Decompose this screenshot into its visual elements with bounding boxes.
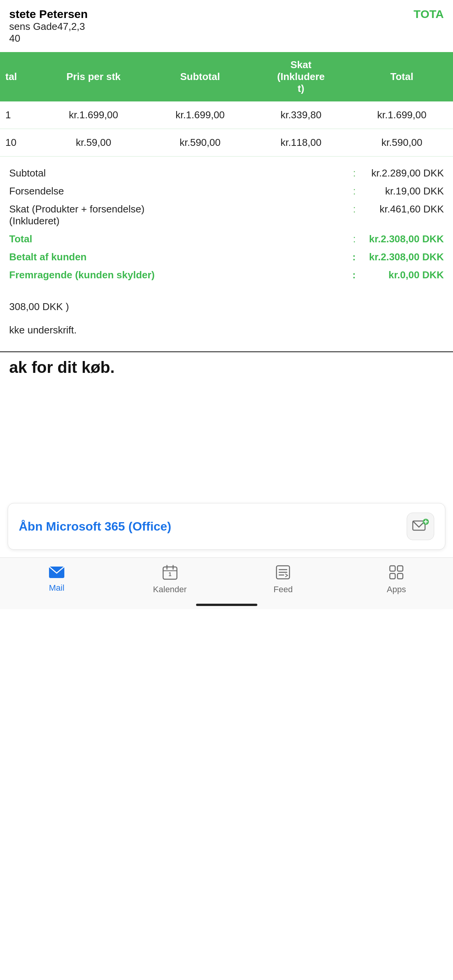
- bottom-nav: Mail 1 Kalender Feed: [0, 557, 453, 598]
- outstanding-value: kr.0,00 DKK: [360, 269, 444, 281]
- col-pris: Pris per stk: [38, 52, 149, 101]
- apps-icon: [389, 565, 404, 582]
- customer-info: stete Petersen sens Gade47,2,3 40: [9, 8, 88, 44]
- tax-value: kr.461,60 DKK: [360, 203, 444, 215]
- nav-label-mail: Mail: [49, 583, 64, 593]
- row2-subtotal: kr.590,00: [149, 129, 251, 157]
- row2-total: kr.590,00: [351, 129, 453, 157]
- customer-name: stete Petersen: [9, 8, 88, 21]
- row2-price: kr.59,00: [38, 129, 149, 157]
- subtotal-row: Subtotal : kr.2.289,00 DKK: [9, 164, 444, 182]
- tax-label: Skat (Produkter + forsendelse)(Inkludere…: [9, 203, 349, 227]
- ms365-add-mail-button[interactable]: [407, 513, 434, 540]
- row1-price: kr.1.699,00: [38, 101, 149, 129]
- outstanding-label: Fremragende (kunden skylder): [9, 269, 348, 281]
- home-indicator: [0, 598, 453, 609]
- table-row: 1 kr.1.699,00 kr.1.699,00 kr.339,80 kr.1…: [0, 101, 453, 129]
- thank-you-text: ak for dit køb.: [9, 352, 444, 381]
- nav-item-mail[interactable]: Mail: [0, 566, 113, 593]
- table-header-row: tal Pris per stk Subtotal Skat(Inkludere…: [0, 52, 453, 101]
- subtotal-colon: :: [353, 167, 356, 179]
- row1-tax: kr.339,80: [251, 101, 351, 129]
- svg-rect-16: [390, 573, 395, 579]
- total-value: kr.2.308,00 DKK: [360, 233, 444, 245]
- nav-label-feed: Feed: [273, 585, 293, 595]
- row1-total: kr.1.699,00: [351, 101, 453, 129]
- customer-address-line2: 40: [9, 33, 88, 44]
- shipping-label: Forsendelse: [9, 185, 349, 197]
- ms365-text: Åbn Microsoft 365 (Office): [19, 519, 171, 534]
- calendar-icon: 1: [162, 565, 178, 582]
- svg-rect-14: [390, 566, 395, 571]
- row1-qty: 1: [0, 101, 38, 129]
- paid-value: kr.2.308,00 DKK: [360, 251, 444, 263]
- thank-you-section: ak for dit køb.: [0, 352, 453, 381]
- total-header-label: TOTA: [414, 8, 444, 21]
- total-colon: :: [353, 233, 356, 245]
- tax-colon: :: [353, 203, 356, 215]
- outstanding-row: Fremragende (kunden skylder) : kr.0,00 D…: [9, 266, 444, 284]
- row1-subtotal: kr.1.699,00: [149, 101, 251, 129]
- add-mail-icon: [411, 517, 430, 536]
- feed-icon: [275, 565, 291, 582]
- total-label: Total: [9, 233, 349, 245]
- paid-label: Betalt af kunden: [9, 251, 348, 263]
- subtotal-label: Subtotal: [9, 167, 349, 179]
- invoice-table: tal Pris per stk Subtotal Skat(Inkludere…: [0, 52, 453, 157]
- col-skat: Skat(Inkluderet): [251, 52, 351, 101]
- table-row: 10 kr.59,00 kr.590,00 kr.118,00 kr.590,0…: [0, 129, 453, 157]
- outstanding-colon: :: [352, 269, 356, 281]
- svg-text:1: 1: [168, 571, 172, 577]
- white-space: [0, 381, 453, 503]
- col-subtotal: Subtotal: [149, 52, 251, 101]
- customer-address-line1: sens Gade47,2,3: [9, 21, 88, 33]
- nav-label-kalender: Kalender: [153, 585, 187, 595]
- signature-text: kke underskrift.: [9, 324, 444, 336]
- nav-label-apps: Apps: [387, 585, 406, 595]
- svg-rect-17: [397, 573, 403, 579]
- row2-qty: 10: [0, 129, 38, 157]
- nav-item-kalender[interactable]: 1 Kalender: [113, 565, 227, 595]
- mail-icon: [49, 566, 65, 581]
- nav-item-feed[interactable]: Feed: [227, 565, 340, 595]
- shipping-row: Forsendelse : kr.19,00 DKK: [9, 182, 444, 200]
- footer-text-section: 308,00 DKK ) kke underskrift.: [0, 292, 453, 348]
- invoice-summary: Subtotal : kr.2.289,00 DKK Forsendelse :…: [0, 157, 453, 292]
- invoice-header: stete Petersen sens Gade47,2,3 40 TOTA: [0, 0, 453, 48]
- paid-row: Betalt af kunden : kr.2.308,00 DKK: [9, 248, 444, 266]
- ms365-banner[interactable]: Åbn Microsoft 365 (Office): [8, 503, 445, 550]
- row2-tax: kr.118,00: [251, 129, 351, 157]
- nav-item-apps[interactable]: Apps: [340, 565, 453, 595]
- subtotal-value: kr.2.289,00 DKK: [360, 167, 444, 179]
- col-tal: tal: [0, 52, 38, 101]
- home-bar: [196, 604, 257, 606]
- shipping-colon: :: [353, 185, 356, 197]
- svg-rect-15: [397, 566, 403, 571]
- total-row: Total : kr.2.308,00 DKK: [9, 230, 444, 248]
- tax-row: Skat (Produkter + forsendelse)(Inkludere…: [9, 200, 444, 230]
- shipping-value: kr.19,00 DKK: [360, 185, 444, 197]
- col-total: Total: [351, 52, 453, 101]
- amount-text: 308,00 DKK ): [9, 301, 444, 313]
- paid-colon: :: [352, 251, 356, 263]
